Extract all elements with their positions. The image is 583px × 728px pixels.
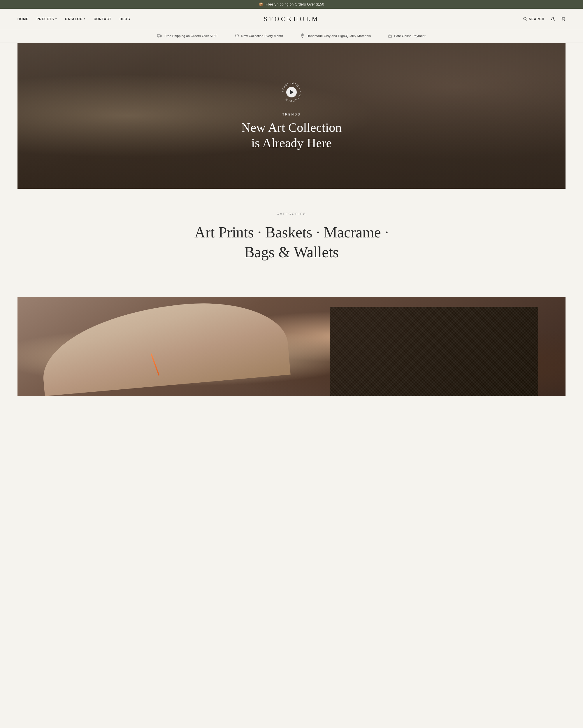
categories-title: Art Prints · Baskets · Macrame · Bags & … bbox=[18, 223, 565, 262]
presets-chevron-icon: ▾ bbox=[55, 18, 57, 20]
svg-point-3 bbox=[563, 20, 563, 21]
hand-icon bbox=[301, 33, 304, 38]
features-bar: Free Shipping on Orders Over $150 New Co… bbox=[0, 29, 583, 43]
svg-rect-5 bbox=[158, 34, 160, 37]
feature-payment: Safe Online Payment bbox=[388, 33, 425, 38]
svg-point-6 bbox=[158, 36, 159, 37]
nav-item-home[interactable]: HOME bbox=[18, 17, 29, 21]
nav-item-contact[interactable]: CONTACT bbox=[93, 17, 111, 21]
account-button[interactable] bbox=[550, 17, 555, 21]
nav-item-presets[interactable]: PRESETS ▾ bbox=[37, 17, 57, 21]
feature-handmade: Handmade Only and High-Quality Materials bbox=[301, 33, 371, 38]
announcement-bar: 📦 Free Shipping on Orders Over $150 bbox=[0, 0, 583, 9]
hero-section: STOCKHOLM · STOCKHOLM · TRENDS New Art C… bbox=[18, 43, 565, 189]
categories-section: CATEGORIES Art Prints · Baskets · Macram… bbox=[0, 189, 583, 285]
categories-eyebrow: CATEGORIES bbox=[18, 212, 565, 215]
refresh-icon bbox=[235, 33, 239, 38]
feature-shipping: Free Shipping on Orders Over $150 bbox=[158, 33, 217, 38]
catalog-chevron-icon: ▾ bbox=[84, 18, 85, 20]
shipping-icon bbox=[158, 33, 162, 38]
search-button[interactable]: SEARCH bbox=[523, 17, 545, 21]
nav-item-catalog[interactable]: CATALOG ▾ bbox=[65, 17, 85, 21]
craft-pattern-overlay bbox=[330, 307, 538, 396]
cart-button[interactable] bbox=[561, 17, 565, 21]
second-image-section bbox=[18, 297, 565, 396]
search-icon bbox=[523, 17, 527, 21]
account-icon bbox=[550, 17, 555, 21]
video-play-button[interactable]: STOCKHOLM · STOCKHOLM · bbox=[280, 80, 303, 104]
nav-item-blog[interactable]: BLOG bbox=[119, 17, 130, 21]
category-macrame[interactable]: Macrame bbox=[324, 224, 381, 241]
svg-point-4 bbox=[564, 20, 565, 21]
announcement-text: Free Shipping on Orders Over $150 bbox=[266, 2, 324, 6]
nav-right: SEARCH bbox=[523, 17, 565, 21]
hero-title: New Art Collection is Already Here bbox=[241, 120, 342, 151]
main-nav: HOME PRESETS ▾ CATALOG ▾ CONTACT BLOG ST… bbox=[0, 9, 583, 29]
site-logo[interactable]: STOCKHOLM bbox=[264, 15, 320, 23]
hero-eyebrow: TRENDS bbox=[241, 112, 342, 116]
svg-point-7 bbox=[161, 36, 162, 37]
svg-point-10 bbox=[390, 36, 390, 37]
lock-icon bbox=[388, 33, 392, 38]
truck-icon: 📦 bbox=[259, 2, 263, 6]
svg-line-1 bbox=[526, 20, 527, 21]
category-baskets[interactable]: Baskets bbox=[265, 224, 312, 241]
feature-collection: New Collection Every Month bbox=[235, 33, 283, 38]
hero-content: STOCKHOLM · STOCKHOLM · TRENDS New Art C… bbox=[241, 80, 342, 151]
category-art-prints[interactable]: Art Prints bbox=[194, 224, 254, 241]
page-bottom bbox=[0, 396, 583, 402]
svg-point-2 bbox=[552, 17, 554, 19]
nav-left: HOME PRESETS ▾ CATALOG ▾ CONTACT BLOG bbox=[18, 17, 130, 21]
svg-point-0 bbox=[524, 17, 526, 20]
play-icon[interactable] bbox=[286, 87, 297, 98]
cart-icon bbox=[561, 17, 565, 21]
category-bags-wallets[interactable]: Bags & Wallets bbox=[244, 244, 339, 260]
